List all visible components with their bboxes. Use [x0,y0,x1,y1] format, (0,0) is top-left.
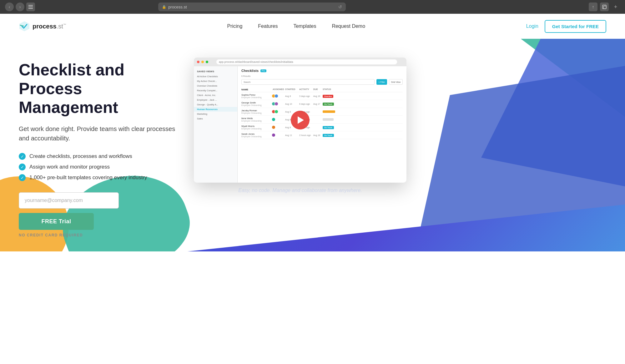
table-row[interactable]: George Smith Employee Onboarding [241,100,403,108]
mini-minimize-dot [201,61,204,63]
reload-icon[interactable]: ↺ [338,4,342,9]
mini-sidebar-item-hr[interactable]: Human Resources [194,107,237,112]
get-started-button[interactable]: Get Started for FREE [545,20,606,33]
svg-rect-0 [28,5,33,6]
col-header-status: STATUS [323,88,340,91]
nav-features[interactable]: Features [258,23,278,29]
mini-sidebar-item-sales[interactable]: Sales [194,116,237,121]
page-wrapper: process.st™ Pricing Features Templates R… [0,14,625,364]
address-bar[interactable]: 🔒 process.st ↺ [158,3,346,11]
mini-url-bar: app.process.st/dashboard/saved-views/che… [216,59,397,64]
mini-filter-button[interactable]: 1 Filter [376,79,387,85]
status-active-badge-2: On Track [323,134,334,137]
feature-text-1: Create checklists, processes and workflo… [29,153,132,159]
tab-manager-button[interactable] [600,3,609,11]
col-header-activity: ACTIVITY [299,88,313,91]
check-icon-3: ✓ [19,174,26,181]
status-active-badge: On Track [323,126,334,129]
col-header-assigned: ASSIGNED [273,88,285,91]
login-button[interactable]: Login [526,23,538,29]
mini-sidebar-item-recently[interactable]: Recently Complet... [194,88,237,93]
logo-text: process.st™ [33,23,66,30]
col-header-name: NAME [241,88,273,91]
table-row[interactable]: Ilene Wells Employee Onboarding Aug 8 [241,116,403,124]
mini-sidebar: SAVED VIEWS All Active Checklists My Act… [194,66,238,183]
svg-rect-2 [28,8,33,9]
mini-main-content: Checklists Pro 6 Results 1 Filter Grid V… [238,66,406,183]
row-name: Sophia Perez Employee Onboarding [241,94,273,99]
feature-item-1: ✓ Create checklists, processes and workf… [19,153,181,160]
nav-pricing[interactable]: Pricing [227,23,242,29]
new-tab-button[interactable]: + [611,3,620,11]
mini-sidebar-item-my-active[interactable]: My Active Checkl... [194,79,237,83]
feature-text-2: Assign work and monitor progress [29,164,110,170]
table-row[interactable]: Wyatt Morris Employee Onboarding Aug 8 [241,124,403,131]
svg-marker-5 [19,21,29,31]
svg-rect-3 [602,5,606,9]
feature-item-2: ✓ Assign work and monitor progress [19,164,181,170]
col-header-started: STARTED [285,88,299,91]
header: process.st™ Pricing Features Templates R… [0,14,625,39]
mini-sidebar-item-employee[interactable]: Employee - Jack ... [194,98,237,102]
svg-rect-4 [603,6,606,9]
sidebar-toggle-button[interactable] [26,3,35,11]
table-row[interactable]: Jacoby Roman Employee Onboarding [241,108,403,116]
status-overdue-badge: Overdue [323,95,333,98]
url-text: process.st [168,5,187,9]
mini-checklists-title: Checklists [241,69,259,73]
hero-subtitle: Get work done right. Provide teams with … [19,124,181,143]
hero-title: Checklist and Process Management [19,61,181,117]
header-actions: Login Get Started for FREE [526,20,606,33]
table-row[interactable]: Sarah Jones Employee Onboarding Aug 11 [241,131,403,139]
no-credit-card-label: NO CREDIT CARD REQUIRED [19,233,181,237]
play-button[interactable] [291,111,310,129]
mini-main-header: Checklists Pro [241,69,403,73]
free-trial-button[interactable]: FREE Trial [19,213,94,230]
mini-browser-bar: app.process.st/dashboard/saved-views/che… [194,58,406,66]
nav-request-demo[interactable]: Request Demo [332,23,365,29]
status-ontrack-badge: On Track [323,103,334,106]
table-row[interactable]: Sophia Perez Employee Onboarding [241,92,403,100]
screenshot-caption: Easy, no code. Manage and collaborate fr… [194,188,406,193]
email-input[interactable] [19,192,119,209]
mini-toolbar: 1 Filter Grid View [241,79,403,85]
mini-fullscreen-dot [206,61,208,63]
hero-section: Checklist and Process Management Get wor… [0,39,625,251]
mini-sidebar-item-george[interactable]: George - Quality A... [194,102,237,107]
app-screenshot-wrapper: app.process.st/dashboard/saved-views/che… [194,58,406,193]
col-header-due: DUE [313,88,323,91]
lock-icon: 🔒 [162,5,166,9]
mini-search-input[interactable] [241,79,375,85]
row-assigned [273,94,285,98]
browser-nav-buttons: ‹ › [5,3,35,11]
feature-item-3: ✓ 1,000+ pre-built templates covering ev… [19,174,181,181]
share-button[interactable]: ↑ [589,3,597,11]
play-triangle-icon [298,116,304,124]
mini-sidebar-item-all-active[interactable]: All Active Checklists [194,74,237,79]
logo[interactable]: process.st™ [19,21,66,32]
mini-table-header: NAME ASSIGNED STARTED ACTIVITY DUE STATU… [241,87,403,92]
mini-table: NAME ASSIGNED STARTED ACTIVITY DUE STATU… [241,87,403,139]
browser-chrome: ‹ › 🔒 process.st ↺ ↑ + [0,0,625,14]
forward-button[interactable]: › [16,3,24,11]
browser-right-buttons: ↑ + [589,3,620,11]
mini-sidebar-item-marketing[interactable]: Marketing [194,112,237,116]
mini-sidebar-item-client[interactable]: Client - Acme, Inc. [194,93,237,98]
back-button[interactable]: ‹ [5,3,14,11]
mini-close-dot [197,61,199,63]
check-icon-2: ✓ [19,164,26,170]
nav-templates[interactable]: Templates [293,23,316,29]
svg-rect-1 [28,7,33,7]
mini-results-count: 6 Results [241,75,403,77]
mini-url-text: app.process.st/dashboard/saved-views/che… [219,60,293,63]
hero-right: app.process.st/dashboard/saved-views/che… [181,51,606,251]
check-icon-1: ✓ [19,153,26,160]
mini-sidebar-header: SAVED VIEWS [194,69,237,74]
mini-view-button[interactable]: Grid View [389,79,403,85]
mini-pro-badge: Pro [260,69,266,72]
mini-sidebar-item-overdue[interactable]: Overdue Checklists [194,83,237,88]
app-screenshot: app.process.st/dashboard/saved-views/che… [194,58,406,183]
logo-icon [19,21,30,32]
hero-left: Checklist and Process Management Get wor… [19,51,181,251]
feature-text-3: 1,000+ pre-built templates covering ever… [29,174,147,181]
